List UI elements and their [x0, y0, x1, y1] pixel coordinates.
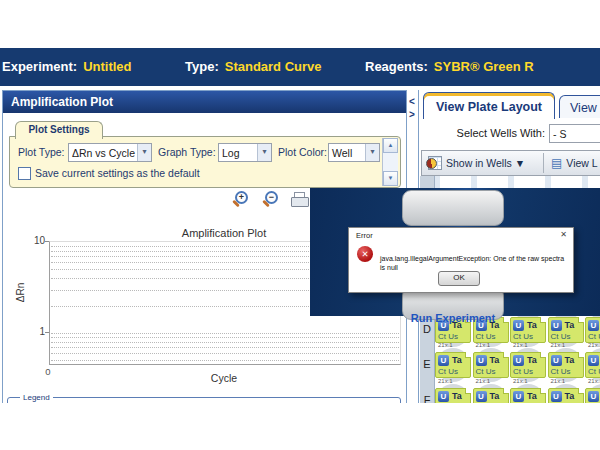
- well[interactable]: UTaCt Us: [510, 317, 546, 343]
- well-sample: Ct Us: [551, 367, 571, 376]
- well[interactable]: UTaCt Us: [473, 388, 509, 403]
- experiment-info-bar: Experiment:Untitled Type:Standard Curve …: [0, 48, 600, 86]
- well-target: Ta: [490, 391, 500, 401]
- type-label: Type:: [185, 59, 219, 74]
- plate-row-label: F: [420, 394, 434, 403]
- well-sample: Ct Us: [476, 367, 496, 376]
- save-default-checkbox[interactable]: [18, 167, 31, 180]
- chevron-down-icon: ▾: [365, 144, 379, 161]
- plot-settings-box: Plot Type: ΔRn vs Cycle▾ Graph Type: Log…: [9, 136, 401, 188]
- scroll-up-icon[interactable]: ▲: [383, 138, 398, 153]
- well-target: Ta: [565, 391, 575, 401]
- save-default-label: Save current settings as the default: [35, 164, 200, 182]
- splitter-expand-icon[interactable]: >: [407, 109, 417, 120]
- well-target: Ta: [490, 355, 500, 365]
- well[interactable]: UTaCt Us: [548, 317, 584, 343]
- well-target: Ta: [565, 320, 575, 330]
- gridline: [51, 353, 399, 354]
- well-task-icon: U: [588, 320, 599, 331]
- plot-type-value: ΔRn vs Cycle: [69, 147, 137, 159]
- graph-type-select[interactable]: Log▾: [218, 143, 272, 162]
- well-target: Ta: [527, 320, 537, 330]
- well-task-icon: U: [476, 355, 487, 366]
- chevron-down-icon: ▾: [257, 144, 271, 161]
- experiment-label: Experiment:: [2, 59, 77, 74]
- legend-fieldset: Legend: [7, 397, 401, 403]
- well-quantity: 21x.1: [551, 378, 566, 384]
- well[interactable]: UTaCt Us: [585, 317, 600, 343]
- print-icon[interactable]: [291, 191, 309, 209]
- well-task-icon: U: [551, 355, 562, 366]
- well-quantity: 21x.1: [513, 342, 528, 348]
- error-dialog-title: Error: [356, 231, 373, 240]
- well[interactable]: UTaCt Us: [473, 352, 509, 378]
- well-task-icon: U: [551, 320, 562, 331]
- well[interactable]: UTaCt Us: [510, 352, 546, 378]
- plot-color-select[interactable]: Well▾: [328, 143, 380, 162]
- scroll-down-icon[interactable]: ▼: [383, 171, 398, 186]
- panel-title: Amplification Plot: [3, 91, 406, 113]
- well-task-icon: U: [551, 391, 562, 402]
- zoom-in-icon[interactable]: +: [231, 191, 249, 209]
- well-sample: Ct Us: [438, 367, 458, 376]
- well[interactable]: UTaCt Us: [510, 388, 546, 403]
- y-tickmark: [45, 332, 49, 333]
- plot-color-label: Plot Color:: [278, 143, 327, 161]
- well-sample: Ct Us: [438, 332, 458, 341]
- experiment-value: Untitled: [83, 59, 131, 74]
- tab-plot-settings[interactable]: Plot Settings: [15, 121, 103, 139]
- ok-button[interactable]: OK: [438, 271, 480, 286]
- well-task-icon: U: [588, 391, 599, 402]
- type-field: Type:Standard Curve: [185, 48, 322, 86]
- well-sample: Ct Us: [588, 332, 600, 341]
- gridline: [51, 360, 399, 361]
- chevron-down-icon: ▾: [137, 144, 151, 161]
- well[interactable]: UTaCt Us: [548, 388, 584, 403]
- well-quantity: 21x.1: [588, 342, 600, 348]
- zoom-out-icon[interactable]: −: [261, 191, 279, 209]
- well-quantity: 21x.1: [476, 378, 491, 384]
- well-sample: Ct Us: [588, 367, 600, 376]
- well-quantity: 21x.1: [438, 342, 453, 348]
- settings-scrollbar[interactable]: ▲ ▼: [382, 138, 398, 186]
- well-sample: Ct Us: [476, 332, 496, 341]
- gridline: [51, 337, 399, 338]
- screenshot-canvas: Experiment:Untitled Type:Standard Curve …: [0, 0, 600, 450]
- legend-caption: Legend: [20, 393, 53, 402]
- type-value: Standard Curve: [225, 59, 322, 74]
- app-window: Experiment:Untitled Type:Standard Curve …: [0, 48, 600, 403]
- plot-type-label: Plot Type:: [18, 143, 65, 161]
- well-task-icon: U: [438, 355, 449, 366]
- error-icon: ✕: [357, 246, 373, 262]
- close-icon[interactable]: ✕: [560, 230, 567, 239]
- well-target: Ta: [452, 355, 462, 365]
- y-tick-10: 10: [27, 235, 45, 246]
- x-axis-label: Cycle: [49, 372, 399, 384]
- well-quantity: 21x.1: [588, 378, 600, 384]
- run-experiment-label: Run Experiment: [402, 312, 504, 324]
- well-task-icon: U: [513, 391, 524, 402]
- printer-body: [291, 197, 309, 207]
- plate-row-label: D: [420, 323, 434, 335]
- well[interactable]: UTaCt Us: [585, 352, 600, 378]
- splitter-collapse-icon[interactable]: <: [407, 96, 417, 107]
- reagents-label: Reagents:: [365, 59, 428, 74]
- tab-view-plate-layout[interactable]: View Plate Layout: [423, 92, 555, 119]
- plot-type-select[interactable]: ΔRn vs Cycle▾: [68, 143, 152, 162]
- gridline: [51, 347, 399, 348]
- well[interactable]: UTaCt Us: [548, 352, 584, 378]
- plate-row-label: E: [420, 358, 434, 370]
- plot-color-value: Well: [329, 147, 365, 159]
- well-quantity: 21x.1: [551, 342, 566, 348]
- well[interactable]: UTaCt Us: [435, 352, 471, 378]
- y-tickmark: [45, 241, 49, 242]
- y-tick-1: 1: [27, 326, 45, 337]
- well[interactable]: UTaCt Us: [435, 388, 471, 403]
- well-task-icon: U: [438, 391, 449, 402]
- well-sample: Ct Us: [513, 367, 533, 376]
- well[interactable]: UTaCt Us: [585, 388, 600, 403]
- well-quantity: 21x.1: [476, 342, 491, 348]
- well-task-icon: U: [513, 355, 524, 366]
- reagents-value: SYBR® Green R: [434, 59, 534, 74]
- well-target: Ta: [527, 391, 537, 401]
